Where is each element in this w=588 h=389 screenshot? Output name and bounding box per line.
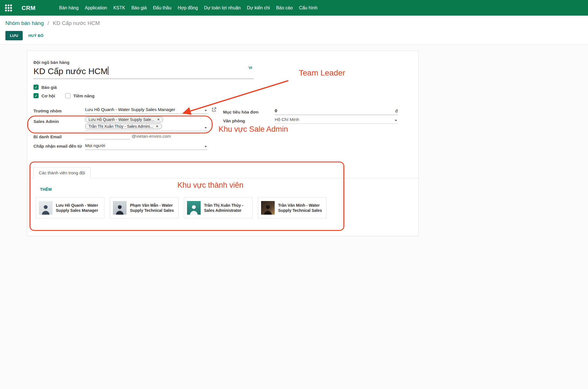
accept-emails-select[interactable]: Mọi người [85,143,207,150]
member-avatar [39,201,52,215]
email-alias-domain: @vietan-enviro.com [132,134,171,139]
check-icon: ✓ [35,85,38,89]
chevron-down-icon[interactable] [395,120,397,121]
nav-item-bao-gia[interactable]: Báo giá [128,0,150,16]
notebook-tabs: Các thành viên trong đội [27,167,418,178]
external-link-icon[interactable] [211,107,217,113]
member-card[interactable]: Trần Văn Minh - Water Supply Technical S… [258,197,327,218]
members-list: Lưu Hồ Quanh - Water Supply Sales Manage… [36,197,327,218]
nav-item-application[interactable]: Application [82,0,110,16]
control-buttons: LƯU HUỶ BỎ [5,31,583,40]
email-alias-label: Bí danh Email [33,134,83,140]
invoice-target-label: Mục tiêu hóa đơn [223,109,273,115]
apps-grid-icon[interactable] [5,5,12,11]
translate-badge[interactable]: VI [249,66,252,70]
opportunities-checkbox-label: Cơ hội [41,93,55,98]
form-sheet: Đội ngũ bán hàng KD Cấp nước HCM VI ✓ Bá… [27,51,419,236]
check-icon: ✓ [35,94,38,98]
tag-label: Trần Thị Xuân Thùy - Sales Admini... [89,124,153,129]
checkbox-row-pipeline: ✓ Cơ hội Tiềm năng [33,93,94,98]
member-name: Lưu Hồ Quanh - Water Supply Sales Manage… [56,203,101,213]
remove-tag-icon[interactable]: ✕ [157,118,160,122]
leads-checkbox[interactable] [65,93,70,98]
team-name-value: KD Cấp nước HCM [33,66,108,76]
member-name: Phạm Văn Mẫn - Water Supply Technical Sa… [130,203,175,213]
member-card[interactable]: Trần Thị Xuân Thùy - Sales Administrator [184,197,253,218]
team-name-input[interactable]: KD Cấp nước HCM [33,66,254,79]
nav-menu: Bán hàng Application KSTK Báo giá Đấu th… [56,0,320,16]
quotations-checkbox[interactable]: ✓ [33,85,39,90]
chevron-down-icon[interactable] [205,146,207,147]
chevron-down-icon[interactable] [205,127,207,129]
invoice-target-value: 0 [275,108,277,113]
quotations-checkbox-label: Báo giá [41,85,57,90]
chevron-down-icon[interactable] [205,110,207,111]
opportunities-checkbox[interactable]: ✓ [33,93,39,98]
remove-tag-icon[interactable]: ✕ [156,124,159,128]
nav-item-kstk[interactable]: KSTK [110,0,128,16]
team-leader-value: Lưu Hồ Quanh - Water Supply Sales Manage… [85,107,175,112]
nav-item-cau-hinh[interactable]: Cấu hình [296,0,321,16]
member-avatar [187,201,201,215]
text-cursor [108,66,108,75]
page: CRM Bán hàng Application KSTK Báo giá Đấ… [0,0,588,389]
leads-checkbox-label: Tiềm năng [73,93,94,98]
sales-admin-tag: Lưu Hồ Quanh - Water Supply Sale... ✕ [85,117,163,122]
team-name-label: Đội ngũ bán hàng [33,59,70,66]
office-select[interactable]: Hồ Chí Minh [275,117,398,124]
member-name: Trần Thị Xuân Thùy - Sales Administrator [204,203,249,213]
breadcrumb-separator: / [48,20,49,26]
sales-admin-label: Sales Admin [33,118,83,125]
nav-item-dau-thau[interactable]: Đấu thầu [150,0,175,16]
member-avatar [261,201,275,215]
member-card[interactable]: Lưu Hồ Quanh - Water Supply Sales Manage… [36,197,104,218]
member-name: Trần Văn Minh - Water Supply Technical S… [278,203,324,213]
tag-label: Lưu Hồ Quanh - Water Supply Sale... [89,117,154,122]
nav-item-du-toan-loi-nhuan[interactable]: Dự toán lợi nhuận [201,0,244,16]
team-leader-label: Trưởng nhóm [33,108,83,114]
save-button[interactable]: LƯU [5,31,23,40]
office-label: Văn phòng [223,118,273,124]
top-nav: CRM Bán hàng Application KSTK Báo giá Đấ… [0,0,588,16]
member-card[interactable]: Phạm Văn Mẫn - Water Supply Technical Sa… [110,197,178,218]
add-member-button[interactable]: THÊM [40,187,52,192]
email-alias-input[interactable] [85,133,130,139]
invoice-target-input[interactable]: 0 đ [275,108,398,115]
accept-emails-value: Mọi người [85,143,105,148]
currency-symbol: đ [395,108,398,113]
breadcrumb: Nhóm bán hàng / KD Cấp nước HCM [5,20,583,26]
breadcrumb-current: KD Cấp nước HCM [53,20,100,26]
office-value: Hồ Chí Minh [275,117,299,122]
nav-item-ban-hang[interactable]: Bán hàng [56,0,82,16]
member-avatar [113,201,127,215]
app-title[interactable]: CRM [22,5,35,11]
accept-emails-label: Chấp nhận email đến từ [33,143,83,149]
breadcrumb-parent-link[interactable]: Nhóm bán hàng [5,20,44,26]
discard-button[interactable]: HUỶ BỎ [28,34,43,38]
sales-admin-select[interactable]: Lưu Hồ Quanh - Water Supply Sale... ✕ Tr… [85,116,207,131]
team-leader-select[interactable]: Lưu Hồ Quanh - Water Supply Sales Manage… [85,107,207,114]
nav-item-du-kien-chi[interactable]: Dự kiến chi [244,0,273,16]
nav-item-bao-cao[interactable]: Báo cáo [273,0,296,16]
control-panel: Nhóm bán hàng / KD Cấp nước HCM LƯU HUỶ … [0,16,588,45]
tab-team-members[interactable]: Các thành viên trong đội [33,167,91,178]
nav-item-hop-dong[interactable]: Hợp đồng [175,0,201,16]
checkbox-row-quotations: ✓ Báo giá [33,85,57,90]
sales-admin-tag: Trần Thị Xuân Thùy - Sales Admini... ✕ [85,124,162,129]
